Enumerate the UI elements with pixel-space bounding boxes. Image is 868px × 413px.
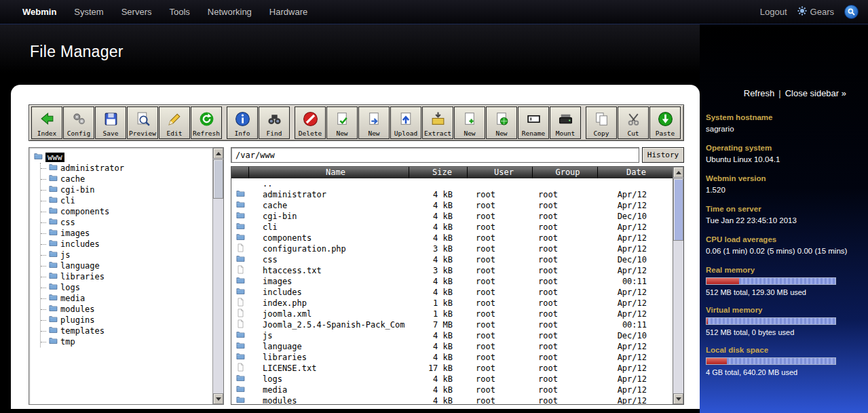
tree-item-language[interactable]: language [41, 260, 210, 271]
table-row[interactable]: components4 kBrootrootApr/12 [231, 233, 674, 243]
table-row[interactable]: .. [231, 178, 674, 189]
file-name[interactable]: components [249, 233, 409, 243]
file-name[interactable]: logs [249, 374, 409, 384]
tree-item-logs[interactable]: logs [41, 282, 210, 293]
refresh-button[interactable]: Refresh [191, 106, 222, 139]
tree-item-includes[interactable]: includes [41, 239, 210, 250]
table-row[interactable]: libraries4 kBrootrootApr/12 [231, 352, 674, 363]
file-name[interactable]: js [249, 331, 409, 340]
table-row[interactable]: LICENSE.txt17 kBrootrootApr/12 [231, 363, 674, 374]
tree-item-cli[interactable]: cli [41, 195, 210, 206]
column-header-icon[interactable] [231, 167, 249, 178]
scroll-up-button[interactable] [673, 167, 683, 178]
table-row[interactable]: logs4 kBrootrootApr/12 [231, 374, 674, 385]
column-header-Size[interactable]: Size [409, 167, 468, 178]
edit-button[interactable]: Edit [159, 106, 190, 139]
refresh-link[interactable]: Refresh [744, 88, 775, 98]
gears-link[interactable]: Gears [797, 6, 834, 18]
nav-item-webmin[interactable]: Webmin [22, 7, 56, 17]
tree-item-media[interactable]: media [41, 293, 210, 304]
table-row[interactable]: htaccess.txt3 kBrootrootApr/12 [231, 265, 674, 276]
file-name[interactable]: language [249, 342, 409, 351]
table-row[interactable]: joomla.xml1 kBrootrootApr/12 [231, 309, 674, 319]
tree-item-components[interactable]: components [41, 206, 210, 217]
copy-button[interactable]: Copy [586, 106, 617, 139]
file-name[interactable]: joomla.xml [249, 309, 409, 319]
nav-item-tools[interactable]: Tools [169, 7, 189, 17]
tree-item-cache[interactable]: cache [41, 174, 210, 184]
scroll-down-button[interactable] [213, 393, 223, 404]
table-row[interactable]: Joomla_2.5.4-Spanish-Pack_Com7 MBrootroo… [231, 319, 674, 330]
column-header-Name[interactable]: Name [249, 167, 409, 178]
table-row[interactable]: js4 kBrootrootDec/10 [231, 330, 674, 341]
table-row[interactable]: images4 kBrootroot00:11 [231, 276, 674, 287]
mount-button[interactable]: Mount [550, 106, 581, 139]
table-row[interactable]: cli4 kBrootrootApr/12 [231, 222, 674, 233]
file-name[interactable]: index.php [249, 298, 409, 308]
table-row[interactable]: configuration.php3 kBrootrootApr/12 [231, 243, 674, 254]
tree-item-css[interactable]: css [41, 217, 210, 228]
scrollbar-thumb[interactable] [213, 159, 223, 199]
table-row[interactable]: media4 kBrootrootApr/12 [231, 385, 674, 395]
file-name[interactable]: administrator [249, 190, 409, 199]
close-sidebar-link[interactable]: Close sidebar » [785, 88, 846, 98]
column-header-User[interactable]: User [468, 167, 533, 178]
search-button[interactable] [844, 5, 858, 19]
tree-item-cgi-bin[interactable]: cgi-bin [41, 184, 210, 195]
nav-item-system[interactable]: System [74, 7, 103, 17]
table-row[interactable]: index.php1 kBrootrootApr/12 [231, 298, 674, 309]
file-name[interactable]: Joomla_2.5.4-Spanish-Pack_Com [249, 320, 409, 330]
tree-root-www[interactable]: www [34, 152, 210, 163]
file-name[interactable]: modules [249, 396, 409, 404]
file-name[interactable]: cgi-bin [249, 212, 409, 221]
preview-button[interactable]: Preview [127, 106, 158, 139]
table-row[interactable]: modules4 kBrootrootApr/12 [231, 395, 674, 404]
extract-button[interactable]: Extract [422, 106, 453, 139]
file-name[interactable]: .. [249, 179, 409, 189]
tree-item-js[interactable]: js [41, 250, 210, 260]
rename-button[interactable]: Rename [518, 106, 549, 139]
file-name[interactable]: images [249, 277, 409, 286]
config-button[interactable]: Config [63, 106, 94, 139]
tree-item-libraries[interactable]: libraries [41, 271, 210, 282]
file-name[interactable]: LICENSE.txt [249, 363, 409, 373]
new-button[interactable]: New [486, 106, 517, 139]
tree-item-plugins[interactable]: plugins [41, 315, 210, 326]
table-row[interactable]: language4 kBrootrootApr/12 [231, 341, 674, 352]
cut-button[interactable]: Cut [618, 106, 649, 139]
find-button[interactable]: Find [259, 106, 290, 139]
tree-item-modules[interactable]: modules [41, 304, 210, 315]
new-button[interactable]: New [454, 106, 485, 139]
file-name[interactable]: cli [249, 222, 409, 232]
index-button[interactable]: Index [31, 106, 62, 139]
table-row[interactable]: includes4 kBrootrootApr/12 [231, 287, 674, 298]
tree-item-templates[interactable]: templates [41, 326, 210, 336]
nav-item-networking[interactable]: Networking [208, 7, 252, 17]
new-button[interactable]: New [326, 106, 358, 139]
path-input[interactable] [231, 147, 639, 163]
table-scrollbar[interactable] [673, 167, 683, 404]
nav-item-servers[interactable]: Servers [121, 7, 152, 17]
file-name[interactable]: htaccess.txt [249, 266, 409, 275]
table-row[interactable]: css4 kBrootrootDec/10 [231, 254, 674, 265]
logout-link[interactable]: Logout [760, 7, 787, 17]
file-name[interactable]: configuration.php [249, 244, 409, 254]
table-row[interactable]: administrator4 kBrootrootApr/12 [231, 189, 674, 200]
upload-button[interactable]: Upload [390, 106, 421, 139]
column-header-Group[interactable]: Group [533, 167, 598, 178]
scroll-up-button[interactable] [213, 148, 223, 159]
paste-button[interactable]: Paste [649, 106, 681, 139]
file-name[interactable]: cache [249, 201, 409, 210]
table-row[interactable]: cache4 kBrootrootApr/12 [231, 200, 674, 211]
tree-item-tmp[interactable]: tmp [41, 336, 210, 347]
nav-item-hardware[interactable]: Hardware [269, 7, 307, 17]
file-name[interactable]: css [249, 255, 409, 264]
file-name[interactable]: includes [249, 288, 409, 297]
file-name[interactable]: media [249, 385, 409, 395]
column-header-Date[interactable]: Date [598, 167, 674, 178]
new-button[interactable]: New [358, 106, 390, 139]
tree-item-images[interactable]: images [41, 228, 210, 239]
scrollbar-thumb[interactable] [673, 178, 683, 241]
info-button[interactable]: Info [227, 106, 258, 139]
history-button[interactable]: History [642, 147, 684, 163]
